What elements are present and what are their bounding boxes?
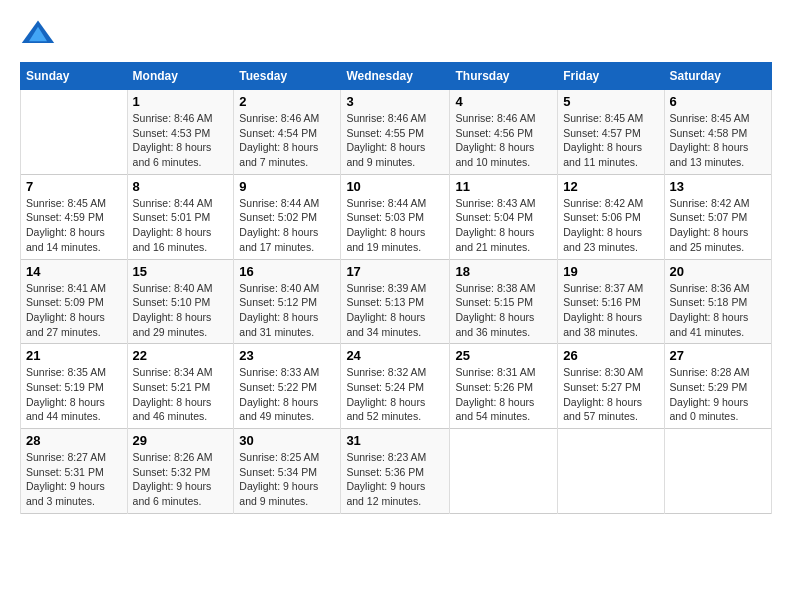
calendar-cell: 22Sunrise: 8:34 AM Sunset: 5:21 PM Dayli… xyxy=(127,344,234,429)
cell-content: Sunrise: 8:33 AM Sunset: 5:22 PM Dayligh… xyxy=(239,365,335,424)
calendar-cell: 18Sunrise: 8:38 AM Sunset: 5:15 PM Dayli… xyxy=(450,259,558,344)
calendar-cell xyxy=(21,90,128,175)
day-number: 11 xyxy=(455,179,552,194)
cell-content: Sunrise: 8:43 AM Sunset: 5:04 PM Dayligh… xyxy=(455,196,552,255)
calendar-cell: 12Sunrise: 8:42 AM Sunset: 5:06 PM Dayli… xyxy=(558,174,664,259)
cell-content: Sunrise: 8:46 AM Sunset: 4:56 PM Dayligh… xyxy=(455,111,552,170)
calendar-cell: 16Sunrise: 8:40 AM Sunset: 5:12 PM Dayli… xyxy=(234,259,341,344)
col-header-sunday: Sunday xyxy=(21,63,128,90)
cell-content: Sunrise: 8:44 AM Sunset: 5:03 PM Dayligh… xyxy=(346,196,444,255)
calendar-cell: 15Sunrise: 8:40 AM Sunset: 5:10 PM Dayli… xyxy=(127,259,234,344)
cell-content: Sunrise: 8:39 AM Sunset: 5:13 PM Dayligh… xyxy=(346,281,444,340)
calendar-cell xyxy=(558,429,664,514)
cell-content: Sunrise: 8:44 AM Sunset: 5:02 PM Dayligh… xyxy=(239,196,335,255)
cell-content: Sunrise: 8:34 AM Sunset: 5:21 PM Dayligh… xyxy=(133,365,229,424)
cell-content: Sunrise: 8:32 AM Sunset: 5:24 PM Dayligh… xyxy=(346,365,444,424)
calendar-cell: 1Sunrise: 8:46 AM Sunset: 4:53 PM Daylig… xyxy=(127,90,234,175)
calendar-cell: 25Sunrise: 8:31 AM Sunset: 5:26 PM Dayli… xyxy=(450,344,558,429)
calendar-cell: 13Sunrise: 8:42 AM Sunset: 5:07 PM Dayli… xyxy=(664,174,772,259)
calendar-cell xyxy=(450,429,558,514)
calendar-cell: 2Sunrise: 8:46 AM Sunset: 4:54 PM Daylig… xyxy=(234,90,341,175)
day-number: 31 xyxy=(346,433,444,448)
week-row-2: 14Sunrise: 8:41 AM Sunset: 5:09 PM Dayli… xyxy=(21,259,772,344)
calendar-cell: 14Sunrise: 8:41 AM Sunset: 5:09 PM Dayli… xyxy=(21,259,128,344)
day-number: 20 xyxy=(670,264,767,279)
calendar-cell: 17Sunrise: 8:39 AM Sunset: 5:13 PM Dayli… xyxy=(341,259,450,344)
day-number: 17 xyxy=(346,264,444,279)
cell-content: Sunrise: 8:45 AM Sunset: 4:59 PM Dayligh… xyxy=(26,196,122,255)
day-number: 10 xyxy=(346,179,444,194)
calendar-cell: 6Sunrise: 8:45 AM Sunset: 4:58 PM Daylig… xyxy=(664,90,772,175)
calendar-cell: 20Sunrise: 8:36 AM Sunset: 5:18 PM Dayli… xyxy=(664,259,772,344)
day-number: 9 xyxy=(239,179,335,194)
cell-content: Sunrise: 8:46 AM Sunset: 4:54 PM Dayligh… xyxy=(239,111,335,170)
col-header-thursday: Thursday xyxy=(450,63,558,90)
calendar-cell: 10Sunrise: 8:44 AM Sunset: 5:03 PM Dayli… xyxy=(341,174,450,259)
cell-content: Sunrise: 8:40 AM Sunset: 5:10 PM Dayligh… xyxy=(133,281,229,340)
cell-content: Sunrise: 8:27 AM Sunset: 5:31 PM Dayligh… xyxy=(26,450,122,509)
cell-content: Sunrise: 8:45 AM Sunset: 4:57 PM Dayligh… xyxy=(563,111,658,170)
cell-content: Sunrise: 8:25 AM Sunset: 5:34 PM Dayligh… xyxy=(239,450,335,509)
cell-content: Sunrise: 8:40 AM Sunset: 5:12 PM Dayligh… xyxy=(239,281,335,340)
calendar-cell: 8Sunrise: 8:44 AM Sunset: 5:01 PM Daylig… xyxy=(127,174,234,259)
day-number: 15 xyxy=(133,264,229,279)
cell-content: Sunrise: 8:38 AM Sunset: 5:15 PM Dayligh… xyxy=(455,281,552,340)
cell-content: Sunrise: 8:37 AM Sunset: 5:16 PM Dayligh… xyxy=(563,281,658,340)
col-header-monday: Monday xyxy=(127,63,234,90)
day-number: 5 xyxy=(563,94,658,109)
day-number: 12 xyxy=(563,179,658,194)
calendar-cell: 3Sunrise: 8:46 AM Sunset: 4:55 PM Daylig… xyxy=(341,90,450,175)
day-number: 21 xyxy=(26,348,122,363)
cell-content: Sunrise: 8:46 AM Sunset: 4:55 PM Dayligh… xyxy=(346,111,444,170)
day-number: 8 xyxy=(133,179,229,194)
day-number: 25 xyxy=(455,348,552,363)
calendar-cell: 28Sunrise: 8:27 AM Sunset: 5:31 PM Dayli… xyxy=(21,429,128,514)
week-row-1: 7Sunrise: 8:45 AM Sunset: 4:59 PM Daylig… xyxy=(21,174,772,259)
calendar-cell: 9Sunrise: 8:44 AM Sunset: 5:02 PM Daylig… xyxy=(234,174,341,259)
header xyxy=(20,16,772,52)
day-number: 26 xyxy=(563,348,658,363)
day-number: 27 xyxy=(670,348,767,363)
col-header-tuesday: Tuesday xyxy=(234,63,341,90)
day-number: 16 xyxy=(239,264,335,279)
calendar-cell xyxy=(664,429,772,514)
header-row: SundayMondayTuesdayWednesdayThursdayFrid… xyxy=(21,63,772,90)
calendar-cell: 29Sunrise: 8:26 AM Sunset: 5:32 PM Dayli… xyxy=(127,429,234,514)
day-number: 18 xyxy=(455,264,552,279)
cell-content: Sunrise: 8:30 AM Sunset: 5:27 PM Dayligh… xyxy=(563,365,658,424)
day-number: 2 xyxy=(239,94,335,109)
col-header-friday: Friday xyxy=(558,63,664,90)
day-number: 22 xyxy=(133,348,229,363)
day-number: 6 xyxy=(670,94,767,109)
day-number: 13 xyxy=(670,179,767,194)
calendar-cell: 7Sunrise: 8:45 AM Sunset: 4:59 PM Daylig… xyxy=(21,174,128,259)
cell-content: Sunrise: 8:28 AM Sunset: 5:29 PM Dayligh… xyxy=(670,365,767,424)
day-number: 30 xyxy=(239,433,335,448)
calendar-cell: 27Sunrise: 8:28 AM Sunset: 5:29 PM Dayli… xyxy=(664,344,772,429)
col-header-saturday: Saturday xyxy=(664,63,772,90)
cell-content: Sunrise: 8:46 AM Sunset: 4:53 PM Dayligh… xyxy=(133,111,229,170)
calendar-cell: 11Sunrise: 8:43 AM Sunset: 5:04 PM Dayli… xyxy=(450,174,558,259)
cell-content: Sunrise: 8:26 AM Sunset: 5:32 PM Dayligh… xyxy=(133,450,229,509)
cell-content: Sunrise: 8:23 AM Sunset: 5:36 PM Dayligh… xyxy=(346,450,444,509)
cell-content: Sunrise: 8:31 AM Sunset: 5:26 PM Dayligh… xyxy=(455,365,552,424)
day-number: 19 xyxy=(563,264,658,279)
calendar-cell: 4Sunrise: 8:46 AM Sunset: 4:56 PM Daylig… xyxy=(450,90,558,175)
day-number: 29 xyxy=(133,433,229,448)
calendar-cell: 23Sunrise: 8:33 AM Sunset: 5:22 PM Dayli… xyxy=(234,344,341,429)
calendar-cell: 31Sunrise: 8:23 AM Sunset: 5:36 PM Dayli… xyxy=(341,429,450,514)
cell-content: Sunrise: 8:36 AM Sunset: 5:18 PM Dayligh… xyxy=(670,281,767,340)
calendar-cell: 24Sunrise: 8:32 AM Sunset: 5:24 PM Dayli… xyxy=(341,344,450,429)
logo-icon xyxy=(20,16,56,52)
week-row-0: 1Sunrise: 8:46 AM Sunset: 4:53 PM Daylig… xyxy=(21,90,772,175)
cell-content: Sunrise: 8:45 AM Sunset: 4:58 PM Dayligh… xyxy=(670,111,767,170)
week-row-3: 21Sunrise: 8:35 AM Sunset: 5:19 PM Dayli… xyxy=(21,344,772,429)
day-number: 14 xyxy=(26,264,122,279)
calendar-table: SundayMondayTuesdayWednesdayThursdayFrid… xyxy=(20,62,772,514)
cell-content: Sunrise: 8:35 AM Sunset: 5:19 PM Dayligh… xyxy=(26,365,122,424)
cell-content: Sunrise: 8:42 AM Sunset: 5:06 PM Dayligh… xyxy=(563,196,658,255)
cell-content: Sunrise: 8:42 AM Sunset: 5:07 PM Dayligh… xyxy=(670,196,767,255)
logo xyxy=(20,16,60,52)
page: SundayMondayTuesdayWednesdayThursdayFrid… xyxy=(0,0,792,612)
calendar-cell: 5Sunrise: 8:45 AM Sunset: 4:57 PM Daylig… xyxy=(558,90,664,175)
